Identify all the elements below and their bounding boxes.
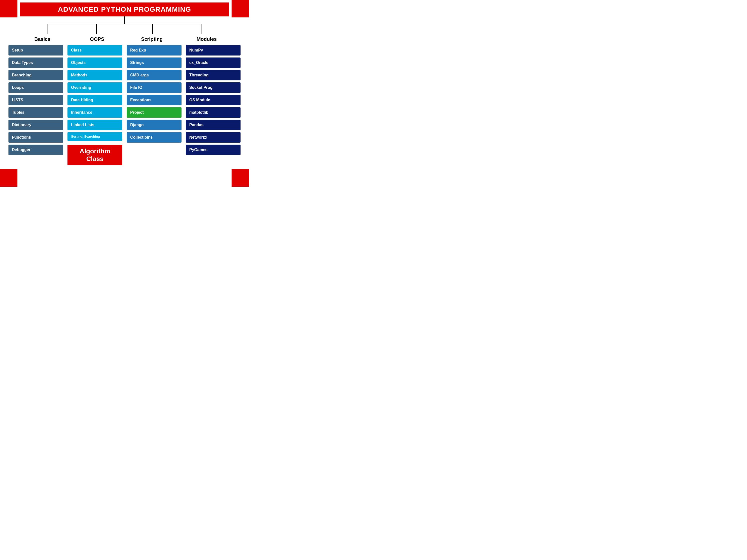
basics-item-debugger[interactable]: Debugger xyxy=(8,144,63,155)
scripting-item-regexp[interactable]: Reg Exp xyxy=(127,45,182,55)
header-oops: OOPS xyxy=(70,36,125,42)
page-title: ADVANCED PYTHON PROGRAMMING xyxy=(20,2,229,17)
column-headers: Basics OOPS Scripting Modules xyxy=(15,36,234,42)
modules-item-matplotlib[interactable]: matplotlib xyxy=(186,107,240,118)
scripting-item-fileio[interactable]: File IO xyxy=(127,82,182,93)
algorithm-class-footer: Algorithm Class xyxy=(68,145,122,165)
basics-column: Setup Data Types Branching Loops LISTS T… xyxy=(8,45,63,167)
oops-item-methods[interactable]: Methods xyxy=(68,70,122,80)
corner-decoration-tr xyxy=(232,0,249,18)
basics-item-datatypes[interactable]: Data Types xyxy=(8,57,63,68)
basics-item-dictionary[interactable]: Dictionary xyxy=(8,120,63,130)
header-modules: Modules xyxy=(179,36,234,42)
basics-item-loops[interactable]: Loops xyxy=(8,82,63,93)
oops-column: Class Objects Methods Overriding Data Hi… xyxy=(68,45,122,167)
oops-item-overriding[interactable]: Overriding xyxy=(68,82,122,93)
basics-item-setup[interactable]: Setup xyxy=(8,45,63,55)
modules-item-networkx[interactable]: Networkx xyxy=(186,132,240,142)
scripting-item-django[interactable]: Django xyxy=(127,120,182,130)
modules-item-pandas[interactable]: Pandas xyxy=(186,120,240,130)
oops-item-datahiding[interactable]: Data Hiding xyxy=(68,95,122,105)
corner-decoration-tl xyxy=(0,0,18,18)
modules-item-socketprog[interactable]: Socket Prog xyxy=(186,82,240,93)
modules-item-osmodule[interactable]: OS Module xyxy=(186,95,240,105)
modules-item-pygame[interactable]: PyGames xyxy=(186,144,240,155)
oops-item-objects[interactable]: Objects xyxy=(68,57,122,68)
oops-item-linkedlists[interactable]: Linked Lists xyxy=(68,120,122,130)
corner-decoration-bl xyxy=(0,169,18,187)
scripting-item-collections[interactable]: Collectioins xyxy=(127,132,182,142)
basics-item-lists[interactable]: LISTS xyxy=(8,95,63,105)
basics-item-functions[interactable]: Functions xyxy=(8,132,63,142)
modules-item-cxoracle[interactable]: cx_Oracle xyxy=(186,57,240,68)
basics-item-branching[interactable]: Branching xyxy=(8,70,63,80)
oops-item-class[interactable]: Class xyxy=(68,45,122,55)
modules-item-numpy[interactable]: NumPy xyxy=(186,45,240,55)
modules-item-threading[interactable]: Threading xyxy=(186,70,240,80)
header-scripting: Scripting xyxy=(125,36,179,42)
oops-item-inheritance[interactable]: Inheritance xyxy=(68,107,122,118)
scripting-item-cmdargs[interactable]: CMD args xyxy=(127,70,182,80)
scripting-column: Reg Exp Strings CMD args File IO Excepti… xyxy=(127,45,182,167)
basics-item-tuples[interactable]: Tuples xyxy=(8,107,63,118)
modules-column: NumPy cx_Oracle Threading Socket Prog OS… xyxy=(186,45,240,167)
corner-decoration-br xyxy=(232,169,249,187)
oops-item-sorting[interactable]: Sorting, Searching xyxy=(68,132,122,141)
scripting-item-exceptions[interactable]: Exceptions xyxy=(127,95,182,105)
tree-diagram xyxy=(20,17,229,36)
scripting-item-strings[interactable]: Strings xyxy=(127,57,182,68)
header-basics: Basics xyxy=(15,36,70,42)
main-content: Setup Data Types Branching Loops LISTS T… xyxy=(7,45,241,167)
scripting-item-project[interactable]: Project xyxy=(127,107,182,118)
